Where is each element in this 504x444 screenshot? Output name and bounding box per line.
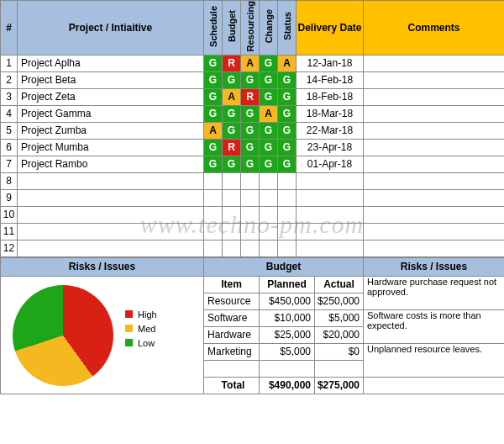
rag-cell: G — [241, 156, 260, 172]
table-row[interactable]: 1Project AplhaGRAGA12-Jan-18 — [1, 55, 505, 71]
empty-cell[interactable] — [297, 240, 364, 256]
budget-actual: $250,000 — [315, 293, 364, 309]
delivery-date[interactable]: 12-Jan-18 — [297, 55, 364, 71]
delivery-date[interactable]: 22-Mar-18 — [297, 122, 364, 139]
issue-item: Software costs is more than expected. — [364, 309, 505, 343]
comment-cell[interactable] — [364, 122, 505, 139]
row-number: 3 — [1, 88, 18, 105]
table-row-empty[interactable]: 12 — [1, 240, 505, 256]
budget-empty — [204, 360, 260, 377]
budget-actual: $0 — [315, 343, 364, 360]
issue-item: Hardware purchase request not approved. — [364, 276, 505, 309]
budget-item: Resource — [204, 293, 260, 309]
rag-cell: G — [241, 139, 260, 156]
budget-col-planned: Planned — [260, 276, 315, 293]
rag-cell: G — [204, 156, 223, 172]
comment-cell[interactable] — [364, 71, 505, 88]
col-status: Status — [278, 1, 297, 56]
rag-cell: G — [278, 156, 297, 172]
col-schedule: Schedule — [204, 1, 223, 56]
risks-pie-chart — [13, 285, 113, 386]
rag-cell: G — [204, 88, 223, 105]
delivery-date[interactable]: 01-Apr-18 — [297, 156, 364, 172]
empty-cell[interactable] — [18, 189, 204, 206]
table-row-empty[interactable]: 8 — [1, 172, 505, 189]
table-row[interactable]: 5Project ZumbaAGGGG22-Mar-18 — [1, 122, 505, 139]
empty-cell[interactable] — [364, 223, 505, 240]
budget-col-item: Item — [204, 276, 260, 293]
rag-cell: G — [223, 71, 241, 88]
empty-cell[interactable] — [364, 206, 505, 223]
empty-cell[interactable] — [18, 240, 204, 256]
rag-cell: G — [278, 105, 297, 122]
empty-cell[interactable] — [18, 223, 204, 240]
rag-cell: R — [241, 88, 260, 105]
col-change: Change — [260, 1, 278, 56]
rag-cell: G — [204, 55, 223, 71]
rag-cell: G — [241, 122, 260, 139]
project-name[interactable]: Project Zumba — [18, 122, 204, 139]
table-row[interactable]: 2Project BetaGGGGG14-Feb-18 — [1, 71, 505, 88]
rag-cell: G — [260, 156, 278, 172]
empty-cell[interactable] — [364, 172, 505, 189]
empty-cell[interactable] — [364, 189, 505, 206]
table-row[interactable]: 3Project ZetaGARGG18-Feb-18 — [1, 88, 505, 105]
issue-item: Unplanned resource leaves. — [364, 343, 505, 377]
project-name[interactable]: Project Beta — [18, 71, 204, 88]
budget-actual: $20,000 — [315, 326, 364, 343]
rag-cell: R — [223, 55, 241, 71]
col-delivery: Delivery Date — [297, 1, 364, 56]
row-number: 6 — [1, 139, 18, 156]
budget-item: Marketing — [204, 343, 260, 360]
row-number: 4 — [1, 105, 18, 122]
row-number: 10 — [1, 206, 18, 223]
delivery-date[interactable]: 18-Feb-18 — [297, 88, 364, 105]
budget-total-planned: $490,000 — [260, 377, 315, 394]
empty-cell[interactable] — [18, 206, 204, 223]
issue-empty — [364, 377, 505, 394]
table-row-empty[interactable]: 10 — [1, 206, 505, 223]
status-table: # Project / Intiaitive Schedule Budget R… — [0, 0, 504, 257]
col-project: Project / Intiaitive — [18, 1, 204, 56]
legend-med: Med — [125, 324, 157, 334]
bottom-table: Risks / Issues Budget Risks / Issues Hig… — [0, 257, 504, 394]
row-number: 7 — [1, 156, 18, 172]
rag-cell: A — [241, 55, 260, 71]
comment-cell[interactable] — [364, 105, 505, 122]
delivery-date[interactable]: 23-Apr-18 — [297, 139, 364, 156]
delivery-date[interactable]: 18-Mar-18 — [297, 105, 364, 122]
project-name[interactable]: Project Rambo — [18, 156, 204, 172]
rag-cell: G — [278, 71, 297, 88]
row-number: 12 — [1, 240, 18, 256]
project-name[interactable]: Project Zeta — [18, 88, 204, 105]
comment-cell[interactable] — [364, 139, 505, 156]
row-number: 9 — [1, 189, 18, 206]
empty-cell[interactable] — [364, 240, 505, 256]
budget-planned: $10,000 — [260, 309, 315, 326]
empty-cell[interactable] — [297, 189, 364, 206]
rag-cell: G — [241, 71, 260, 88]
empty-cell[interactable] — [18, 172, 204, 189]
legend-low: Low — [125, 338, 157, 348]
table-row[interactable]: 6Project MumbaGRGGG23-Apr-18 — [1, 139, 505, 156]
table-row[interactable]: 4Project GammaGGGAG18-Mar-18 — [1, 105, 505, 122]
rag-cell: G — [204, 71, 223, 88]
project-name[interactable]: Project Aplha — [18, 55, 204, 71]
section-risks: Risks / Issues — [1, 257, 204, 276]
comment-cell[interactable] — [364, 156, 505, 172]
comment-cell[interactable] — [364, 88, 505, 105]
pie-legend: High Med Low — [125, 305, 157, 352]
comment-cell[interactable] — [364, 55, 505, 71]
table-row-empty[interactable]: 9 — [1, 189, 505, 206]
empty-cell[interactable] — [297, 206, 364, 223]
delivery-date[interactable]: 14-Feb-18 — [297, 71, 364, 88]
project-name[interactable]: Project Gamma — [18, 105, 204, 122]
table-row[interactable]: 7Project RamboGGGGG01-Apr-18 — [1, 156, 505, 172]
project-name[interactable]: Project Mumba — [18, 139, 204, 156]
empty-cell[interactable] — [297, 223, 364, 240]
table-row-empty[interactable]: 11 — [1, 223, 505, 240]
rag-cell: G — [260, 88, 278, 105]
empty-cell[interactable] — [297, 172, 364, 189]
rag-cell: A — [223, 88, 241, 105]
rag-cell: R — [223, 139, 241, 156]
